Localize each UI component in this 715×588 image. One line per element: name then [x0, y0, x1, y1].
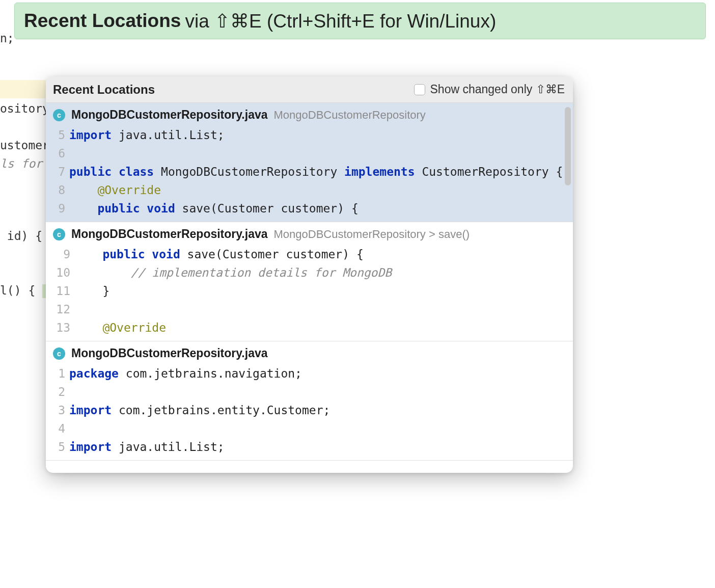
location-block[interactable]: cMongoDBCustomerRepository.javaMongoDBCu…	[46, 222, 573, 341]
banner-title-rest: via ⇧⌘E (Ctrl+Shift+E for Win/Linux)	[185, 10, 496, 32]
code-text: public class MongoDBCustomerRepository i…	[69, 163, 563, 181]
popup-body[interactable]: cMongoDBCustomerRepository.javaMongoDBCu…	[46, 103, 573, 473]
line-number: 5	[46, 438, 69, 456]
code-snippet: 9 public void save(Customer customer) {1…	[46, 244, 573, 341]
code-line: 12	[46, 300, 573, 318]
location-header: cMongoDBCustomerRepository.java	[46, 341, 573, 363]
code-text: @Override	[74, 318, 166, 337]
location-header: cMongoDBCustomerRepository.javaMongoDBCu…	[46, 222, 573, 244]
code-snippet: 1package com.jetbrains.navigation;23impo…	[46, 363, 573, 460]
line-number: 8	[46, 181, 69, 199]
line-number: 9	[46, 199, 69, 218]
bg-frag: ustomer	[0, 139, 49, 152]
line-number: 1	[46, 364, 69, 383]
bg-frag: l() {	[0, 284, 48, 298]
code-line: 6	[46, 144, 573, 163]
popup-title: Recent Locations	[53, 83, 155, 97]
bg-highlight	[0, 80, 46, 98]
popup-header: Recent Locations Show changed only ⇧⌘E	[46, 76, 573, 103]
scrollbar[interactable]	[565, 107, 571, 185]
line-number: 13	[46, 318, 74, 337]
breadcrumb: MongoDBCustomerRepository > save()	[274, 228, 470, 241]
line-number: 5	[46, 126, 69, 144]
bg-frag: ls for	[0, 157, 42, 170]
code-text: package com.jetbrains.navigation;	[69, 364, 302, 383]
code-text: @Override	[69, 181, 161, 199]
checkbox-icon[interactable]	[414, 84, 425, 95]
line-number: 11	[46, 282, 74, 300]
code-line: 13 @Override	[46, 318, 573, 337]
code-line: 2	[46, 383, 573, 401]
bg-frag: id) {	[0, 229, 42, 243]
bg-frag: ository	[0, 102, 49, 115]
show-changed-label: Show changed only ⇧⌘E	[430, 83, 565, 96]
code-line: 1package com.jetbrains.navigation;	[46, 364, 573, 383]
line-number: 2	[46, 383, 69, 401]
code-line: 5import java.util.List;	[46, 126, 573, 144]
code-line: 5import java.util.List;	[46, 438, 573, 456]
code-line: 8 @Override	[46, 181, 573, 199]
background-editor: n; ository ustomer ls for id) { l() {	[0, 0, 14, 588]
class-file-icon: c	[53, 348, 65, 360]
code-text: import com.jetbrains.entity.Customer;	[69, 401, 330, 419]
class-file-icon: c	[53, 228, 65, 240]
code-line: 10 // implementation details for MongoDB	[46, 263, 573, 282]
breadcrumb: MongoDBCustomerRepository	[274, 109, 426, 122]
line-number: 3	[46, 401, 69, 419]
code-snippet: 5import java.util.List;67public class Mo…	[46, 125, 573, 222]
code-line: 3import com.jetbrains.entity.Customer;	[46, 401, 573, 419]
line-number: 4	[46, 419, 69, 438]
location-block[interactable]: cMongoDBCustomerRepository.javaMongoDBCu…	[46, 103, 573, 222]
code-text: import java.util.List;	[69, 126, 225, 144]
file-name: MongoDBCustomerRepository.java	[71, 227, 268, 241]
line-number: 7	[46, 163, 69, 181]
location-header: cMongoDBCustomerRepository.javaMongoDBCu…	[46, 103, 573, 125]
code-text: public void save(Customer customer) {	[74, 245, 364, 263]
code-text: public void save(Customer customer) {	[69, 199, 359, 218]
code-line: 9 public void save(Customer customer) {	[46, 199, 573, 218]
code-line: 11 }	[46, 282, 573, 300]
file-name: MongoDBCustomerRepository.java	[71, 108, 268, 122]
code-line: 9 public void save(Customer customer) {	[46, 245, 573, 263]
show-changed-only-control[interactable]: Show changed only ⇧⌘E	[414, 83, 565, 96]
line-number: 6	[46, 144, 69, 163]
location-block[interactable]: cMongoDBCustomerRepository.java1package …	[46, 341, 573, 461]
line-number: 10	[46, 263, 74, 282]
code-text: // implementation details for MongoDB	[74, 263, 392, 282]
line-number: 9	[46, 245, 74, 263]
banner-title-bold: Recent Locations	[24, 10, 181, 32]
class-file-icon: c	[53, 109, 65, 121]
bg-frag: n;	[0, 32, 14, 45]
code-line: 4	[46, 419, 573, 438]
recent-locations-popup: Recent Locations Show changed only ⇧⌘E c…	[46, 76, 573, 473]
code-text: import java.util.List;	[69, 438, 225, 456]
code-line: 7public class MongoDBCustomerRepository …	[46, 163, 573, 181]
code-text: }	[74, 282, 109, 300]
file-name: MongoDBCustomerRepository.java	[71, 346, 268, 360]
tip-banner: Recent Locations via ⇧⌘E (Ctrl+Shift+E f…	[14, 3, 706, 39]
line-number: 12	[46, 300, 74, 318]
